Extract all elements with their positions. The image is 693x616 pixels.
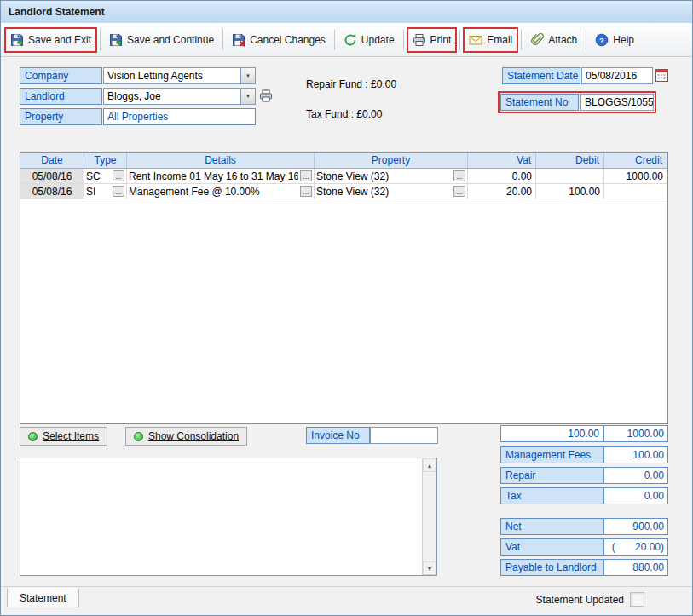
attach-label: Attach [548,34,577,46]
ellipsis-button[interactable]: ... [453,170,465,181]
attach-icon [530,33,544,47]
select-items-label: Select Items [43,430,99,442]
cell-details: Management Fee @ 10.00% ... [127,184,315,199]
attach-button[interactable]: Attach [524,27,583,53]
type-value: SC [86,170,111,182]
column-header-debit[interactable]: Debit [536,153,604,168]
green-dot-icon [134,432,143,441]
title-bar: Landlord Statement [1,1,692,23]
save-and-exit-button[interactable]: Save and Exit [4,27,97,53]
update-button[interactable]: Update [338,27,401,53]
totals-top-row: 100.00 1000.00 [500,425,668,442]
property-cell-value: Stone View (32) [316,186,452,198]
statement-updated-label: Statement Updated [536,594,624,606]
toolbar-separator [100,30,101,50]
payable-to-landlord-value: 880.00 [603,559,668,576]
column-header-details[interactable]: Details [127,153,315,168]
repair-label: Repair [500,467,603,484]
cell-date: 05/08/16 [20,169,84,183]
vat-value: ( 20.00) [603,538,668,556]
statement-no-label: Statement No [500,94,579,111]
management-fees-value: 100.00 [603,446,668,463]
save-and-continue-button[interactable]: Save and Continue [103,27,220,53]
chevron-down-icon[interactable]: ▼ [240,68,255,83]
status-bar: Statement Statement Updated [1,586,692,615]
cell-vat: 20.00 [468,184,536,199]
toolbar-separator [521,30,522,50]
credit-total: 1000.00 [603,425,668,442]
show-consolidation-button[interactable]: Show Consolidation [125,427,247,446]
statement-notes[interactable]: ▲ ▼ [20,458,437,576]
statement-no-highlight: Statement No BLOGGS/1055 [498,91,656,113]
details-value: Management Fee @ 10.00% [129,186,298,198]
type-value: SI [86,186,111,198]
calendar-icon [655,69,668,82]
select-items-button[interactable]: Select Items [20,427,107,446]
invoice-no-input[interactable] [370,427,438,444]
grid-row[interactable]: 05/08/16 SC ... Rent Income 01 May 16 to… [20,169,667,184]
column-header-property[interactable]: Property [315,153,468,168]
invoice-no-label: Invoice No [306,427,370,444]
company-select[interactable]: Vision Letting Agents ▼ [103,67,256,84]
toolbar: Save and Exit Save and Continue Cancel C… [1,23,692,57]
toolbar-separator [403,30,404,50]
scroll-down-icon[interactable]: ▼ [423,561,436,575]
notes-scrollbar[interactable]: ▲ ▼ [422,458,436,575]
update-label: Update [361,34,395,46]
update-icon [344,33,357,47]
statement-no-value: BLOGGS/1055 [585,96,654,108]
vat-label: Vat [500,538,603,556]
grid-header: Date Type Details Property Vat Debit Cre… [20,153,667,169]
cell-type: SI ... [84,184,127,199]
cell-property: Stone View (32) ... [315,184,468,199]
vat-row: Vat ( 20.00) [500,538,668,556]
print-landlord-button[interactable] [259,89,273,102]
calendar-button[interactable] [655,69,668,82]
cell-credit: 1000.00 [604,169,667,183]
grid-row[interactable]: 05/08/16 SI ... Management Fee @ 10.00% … [20,184,667,199]
management-fees-label: Management Fees [500,446,603,463]
ellipsis-button[interactable]: ... [453,186,465,197]
ellipsis-button[interactable]: ... [300,186,312,197]
cancel-changes-label: Cancel Changes [250,34,326,46]
column-header-credit[interactable]: Credit [604,153,667,168]
details-value: Rent Income 01 May 16 to 31 May 16 [129,170,298,182]
save-and-exit-label: Save and Exit [28,34,91,46]
scroll-up-icon[interactable]: ▲ [423,458,436,472]
print-button[interactable]: Print [407,27,458,53]
management-fees-row: Management Fees 100.00 [500,446,668,463]
help-icon: ? [595,33,609,47]
ellipsis-button[interactable]: ... [300,170,312,181]
chevron-down-icon[interactable]: ▼ [240,89,255,104]
column-header-type[interactable]: Type [84,153,127,168]
landlord-statement-window: Landlord Statement Save and Exit Save an… [0,0,693,616]
column-header-date[interactable]: Date [20,153,84,168]
email-label: Email [487,34,512,46]
tax-label: Tax [500,487,603,504]
svg-text:?: ? [599,35,604,44]
toolbar-separator [334,30,335,50]
column-header-vat[interactable]: Vat [468,153,536,168]
cancel-changes-button[interactable]: Cancel Changes [226,27,332,53]
statement-date-input[interactable]: 05/08/2016 [581,67,653,84]
property-value[interactable]: All Properties [103,108,256,125]
statement-updated-checkbox[interactable] [630,592,644,607]
green-dot-icon [28,432,38,441]
tab-statement[interactable]: Statement [7,588,79,607]
landlord-value: Bloggs, Joe [104,89,240,104]
toolbar-separator [222,30,223,50]
net-row: Net 900.00 [500,518,668,535]
statement-no-input[interactable]: BLOGGS/1055 [580,94,654,111]
company-label: Company [20,67,102,84]
help-button[interactable]: ? Help [589,27,640,53]
ellipsis-button[interactable]: ... [113,186,124,197]
email-button[interactable]: Email [463,27,518,53]
save-and-continue-label: Save and Continue [127,34,214,46]
payable-to-landlord-label: Payable to Landlord [500,559,603,576]
ellipsis-button[interactable]: ... [113,170,124,181]
window-title: Landlord Statement [9,6,105,18]
landlord-select[interactable]: Bloggs, Joe ▼ [103,88,256,105]
cell-debit [536,169,604,183]
cell-date: 05/08/16 [20,184,84,199]
net-value: 900.00 [603,518,668,535]
